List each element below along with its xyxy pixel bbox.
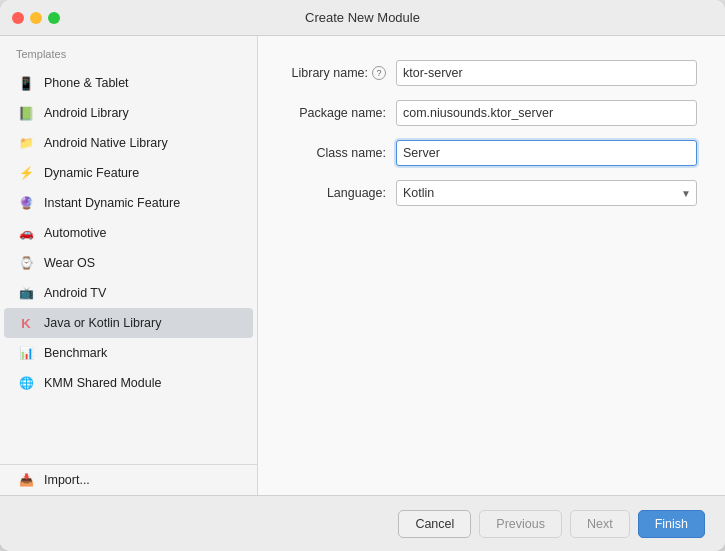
sidebar-item-label: Phone & Tablet bbox=[44, 76, 129, 90]
sidebar-item-kmm-shared-module[interactable]: 🌐 KMM Shared Module bbox=[4, 368, 253, 398]
sidebar-item-label: Android TV bbox=[44, 286, 106, 300]
sidebar-item-java-kotlin-library[interactable]: K Java or Kotlin Library bbox=[4, 308, 253, 338]
library-name-input[interactable] bbox=[396, 60, 697, 86]
instant-dynamic-icon: 🔮 bbox=[16, 193, 36, 213]
language-label: Language: bbox=[286, 186, 396, 200]
automotive-icon: 🚗 bbox=[16, 223, 36, 243]
sidebar-item-android-native-library[interactable]: 📁 Android Native Library bbox=[4, 128, 253, 158]
sidebar-item-android-tv[interactable]: 📺 Android TV bbox=[4, 278, 253, 308]
package-name-label: Package name: bbox=[286, 106, 396, 120]
wear-os-icon: ⌚ bbox=[16, 253, 36, 273]
library-name-row: Library name: ? bbox=[286, 60, 697, 86]
close-button[interactable] bbox=[12, 12, 24, 24]
android-native-icon: 📁 bbox=[16, 133, 36, 153]
kmm-icon: 🌐 bbox=[16, 373, 36, 393]
maximize-button[interactable] bbox=[48, 12, 60, 24]
content-area: Templates 📱 Phone & Tablet 📗 Android Lib… bbox=[0, 36, 725, 495]
sidebar-item-label: Automotive bbox=[44, 226, 107, 240]
cancel-button[interactable]: Cancel bbox=[398, 510, 471, 538]
sidebar-item-label: Java or Kotlin Library bbox=[44, 316, 161, 330]
benchmark-icon: 📊 bbox=[16, 343, 36, 363]
android-library-icon: 📗 bbox=[16, 103, 36, 123]
minimize-button[interactable] bbox=[30, 12, 42, 24]
sidebar-bottom: 📥 Import... bbox=[0, 464, 257, 495]
language-select[interactable]: Kotlin Java bbox=[396, 180, 697, 206]
sidebar-item-import[interactable]: 📥 Import... bbox=[4, 465, 253, 495]
next-button[interactable]: Next bbox=[570, 510, 630, 538]
sidebar-item-label: Import... bbox=[44, 473, 90, 487]
class-name-label: Class name: bbox=[286, 146, 396, 160]
sidebar-item-label: Instant Dynamic Feature bbox=[44, 196, 180, 210]
sidebar-item-phone-tablet[interactable]: 📱 Phone & Tablet bbox=[4, 68, 253, 98]
titlebar: Create New Module bbox=[0, 0, 725, 36]
sidebar: Templates 📱 Phone & Tablet 📗 Android Lib… bbox=[0, 36, 258, 495]
language-select-wrapper: Kotlin Java ▼ bbox=[396, 180, 697, 206]
sidebar-item-instant-dynamic-feature[interactable]: 🔮 Instant Dynamic Feature bbox=[4, 188, 253, 218]
class-name-input[interactable] bbox=[396, 140, 697, 166]
sidebar-item-label: Android Native Library bbox=[44, 136, 168, 150]
window-title: Create New Module bbox=[305, 10, 420, 25]
library-name-label: Library name: ? bbox=[286, 66, 396, 80]
sidebar-item-label: KMM Shared Module bbox=[44, 376, 161, 390]
kotlin-library-icon: K bbox=[16, 313, 36, 333]
sidebar-item-automotive[interactable]: 🚗 Automotive bbox=[4, 218, 253, 248]
class-name-row: Class name: bbox=[286, 140, 697, 166]
sidebar-item-label: Dynamic Feature bbox=[44, 166, 139, 180]
sidebar-item-label: Android Library bbox=[44, 106, 129, 120]
footer: Cancel Previous Next Finish bbox=[0, 495, 725, 551]
finish-button[interactable]: Finish bbox=[638, 510, 705, 538]
sidebar-header: Templates bbox=[0, 36, 257, 68]
dynamic-feature-icon: ⚡ bbox=[16, 163, 36, 183]
android-tv-icon: 📺 bbox=[16, 283, 36, 303]
package-name-row: Package name: bbox=[286, 100, 697, 126]
sidebar-item-label: Wear OS bbox=[44, 256, 95, 270]
sidebar-item-wear-os[interactable]: ⌚ Wear OS bbox=[4, 248, 253, 278]
sidebar-item-benchmark[interactable]: 📊 Benchmark bbox=[4, 338, 253, 368]
main-panel: Library name: ? Package name: Class name… bbox=[258, 36, 725, 495]
language-row: Language: Kotlin Java ▼ bbox=[286, 180, 697, 206]
previous-button[interactable]: Previous bbox=[479, 510, 562, 538]
library-name-help-icon[interactable]: ? bbox=[372, 66, 386, 80]
sidebar-item-android-library[interactable]: 📗 Android Library bbox=[4, 98, 253, 128]
sidebar-item-dynamic-feature[interactable]: ⚡ Dynamic Feature bbox=[4, 158, 253, 188]
package-name-input[interactable] bbox=[396, 100, 697, 126]
import-icon: 📥 bbox=[16, 470, 36, 490]
sidebar-item-label: Benchmark bbox=[44, 346, 107, 360]
main-window: Create New Module Templates 📱 Phone & Ta… bbox=[0, 0, 725, 551]
phone-tablet-icon: 📱 bbox=[16, 73, 36, 93]
traffic-lights bbox=[12, 12, 60, 24]
